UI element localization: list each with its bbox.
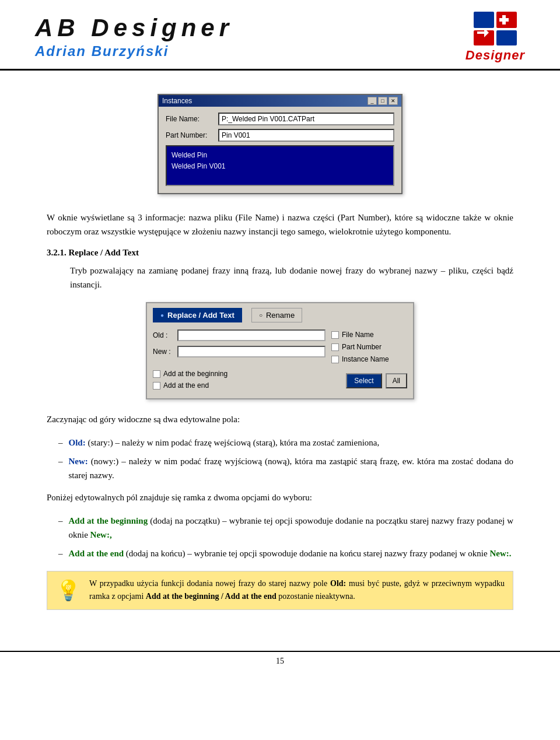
minimize-button[interactable]: _ [368, 97, 377, 105]
replace-options: Add at the beginning Add at the end [153, 370, 340, 391]
options-bullets: – Add at the beginning (dodaj na początk… [47, 514, 513, 560]
replace-right-panel: File Name Part Number Instance Name [331, 329, 407, 365]
new-label-inline: New: [69, 457, 88, 466]
select-button[interactable]: Select [346, 373, 382, 388]
old-bullet: – Old: (stary:) – należy w nim podać fra… [47, 436, 513, 450]
new-explanation: (nowy:) – należy w nim podać frazę wyjśc… [69, 457, 514, 480]
list-item: Welded Pin [172, 150, 388, 161]
part-number-checkbox-row: Part Number [331, 343, 407, 351]
lightbulb-icon: 💡 [55, 577, 81, 603]
options-intro: Poniżej edytowalnych pól znajduje się ra… [47, 490, 513, 504]
replace-tabs: Replace / Add Text Rename [153, 308, 407, 322]
add-beginning-label: Add at the beginning [163, 370, 228, 378]
svg-rect-5 [499, 18, 509, 22]
old-bullet-text: Old: (stary:) – należy w nim podać frazę… [69, 436, 514, 450]
header-logo: Designer [466, 10, 525, 63]
warning-text: W przypadku użycia funkcji dodania nowej… [89, 577, 505, 604]
add-beginning-bullet-text: Add at the beginning (dodaj na początku)… [69, 514, 514, 542]
old-label-inline: Old: [69, 438, 86, 447]
description-intro: Zaczynając od góry widoczne są dwa edyto… [47, 412, 513, 426]
add-end-bullet: – Add at the end (dodaj na końcu) – wybr… [47, 546, 513, 560]
app-subtitle: Adrian Burzyński [35, 43, 169, 59]
section-number: 3.2.1. [47, 248, 66, 257]
main-content: Instances _ □ ✕ File Name: P:_Welded Pin… [0, 71, 560, 633]
replace-dialog-screenshot: Replace / Add Text Rename Old : New : [47, 302, 513, 399]
replace-bottom: Add at the beginning Add at the end Sele… [153, 370, 407, 391]
file-name-row: File Name: P:_Welded Pin V001.CATPart [166, 113, 394, 125]
new-bullet: – New: (nowy:) – należy w nim podać fraz… [47, 454, 513, 482]
instances-dialog: Instances _ □ ✕ File Name: P:_Welded Pin… [158, 94, 402, 194]
logo-text: Designer [466, 48, 525, 63]
all-button[interactable]: All [386, 373, 407, 388]
file-name-value: P:_Welded Pin V001.CATPart [218, 113, 394, 125]
part-number-checkbox-label: Part Number [342, 343, 382, 351]
dialog-body: File Name: P:_Welded Pin V001.CATPart Pa… [159, 107, 401, 193]
tab-replace-label: Replace / Add Text [167, 311, 235, 320]
intro-paragraph: W oknie wyświetlane są 3 informacje: naz… [47, 211, 513, 239]
new-label: New : [153, 348, 177, 356]
old-label: Old : [153, 331, 177, 339]
dialog-titlebar: Instances _ □ ✕ [159, 95, 401, 107]
bullet-dash-beginning: – [58, 514, 63, 528]
file-name-checkbox-label: File Name [342, 331, 374, 339]
part-number-row: Part Number: Pin V001 [166, 129, 394, 142]
tab-rename[interactable]: Rename [251, 308, 302, 322]
old-input[interactable] [177, 329, 326, 341]
app-title: AB Designer [35, 14, 233, 42]
replace-fields: Old : New : File Name Part N [153, 329, 407, 365]
section-heading: 3.2.1. Replace / Add Text [47, 248, 513, 258]
old-new-bullets: – Old: (stary:) – należy w nim podać fra… [47, 436, 513, 482]
add-end-explanation: (dodaj na końcu) – wybranie tej opcji sp… [126, 549, 490, 558]
new-bullet-text: New: (nowy:) – należy w nim podać frazę … [69, 454, 514, 482]
old-field-row: Old : [153, 329, 326, 341]
section-title-text: Replace / Add Text [69, 248, 139, 257]
bullet-dash-new: – [58, 454, 63, 468]
file-name-checkbox[interactable] [331, 331, 339, 339]
maximize-button[interactable]: □ [378, 97, 387, 105]
add-end-label-inline: Add at the end [69, 549, 124, 558]
file-name-label: File Name: [166, 115, 218, 123]
add-beginning-row: Add at the beginning [153, 370, 340, 378]
close-button[interactable]: ✕ [388, 97, 398, 105]
part-number-label: Part Number: [166, 131, 218, 139]
svg-rect-0 [474, 12, 494, 28]
instance-name-checkbox-label: Instance Name [342, 355, 389, 363]
logo-icon [473, 10, 518, 47]
instances-dialog-screenshot: Instances _ □ ✕ File Name: P:_Welded Pin… [47, 94, 513, 194]
instance-name-checkbox-row: Instance Name [331, 355, 407, 363]
replace-left-panel: Old : New : [153, 329, 326, 365]
add-beginning-checkbox[interactable] [153, 370, 160, 378]
warning-box: 💡 W przypadku użycia funkcji dodania now… [47, 571, 513, 610]
header-title-block: AB Designer Adrian Burzyński [35, 14, 233, 59]
bullet-dash-end: – [58, 546, 63, 560]
file-name-checkbox-row: File Name [331, 331, 407, 339]
instance-name-checkbox[interactable] [331, 356, 339, 363]
new-ref-end: New:. [489, 549, 511, 558]
part-number-value: Pin V001 [218, 129, 394, 142]
old-explanation: (stary:) – należy w nim podać frazę wejś… [88, 438, 379, 447]
section-description: Tryb pozwalający na zamianę podanej fraz… [70, 264, 513, 292]
add-beginning-bullet: – Add at the beginning (dodaj na początk… [47, 514, 513, 542]
add-end-label: Add at the end [163, 381, 209, 390]
tab-replace-add-text[interactable]: Replace / Add Text [153, 308, 242, 322]
part-number-checkbox[interactable] [331, 343, 339, 351]
dialog-title: Instances [162, 97, 192, 105]
svg-rect-3 [496, 30, 517, 45]
add-end-bullet-text: Add at the end (dodaj na końcu) – wybran… [69, 546, 514, 560]
page-header: AB Designer Adrian Burzyński Designer [0, 0, 560, 71]
list-item: Welded Pin V001 [172, 161, 388, 172]
replace-buttons: Select All [346, 373, 407, 388]
new-ref-beginning: New:, [90, 530, 112, 539]
titlebar-controls: _ □ ✕ [368, 97, 398, 105]
add-end-checkbox[interactable] [153, 382, 160, 390]
add-end-row: Add at the end [153, 381, 340, 390]
bullet-dash-old: – [58, 436, 63, 450]
tab-rename-label: Rename [266, 311, 295, 320]
page-number: 15 [0, 651, 560, 672]
new-input[interactable] [177, 346, 326, 357]
add-beginning-label-inline: Add at the beginning [69, 516, 148, 525]
instances-list: Welded Pin Welded Pin V001 [166, 145, 394, 186]
replace-window: Replace / Add Text Rename Old : New : [146, 302, 414, 399]
new-field-row: New : [153, 346, 326, 357]
